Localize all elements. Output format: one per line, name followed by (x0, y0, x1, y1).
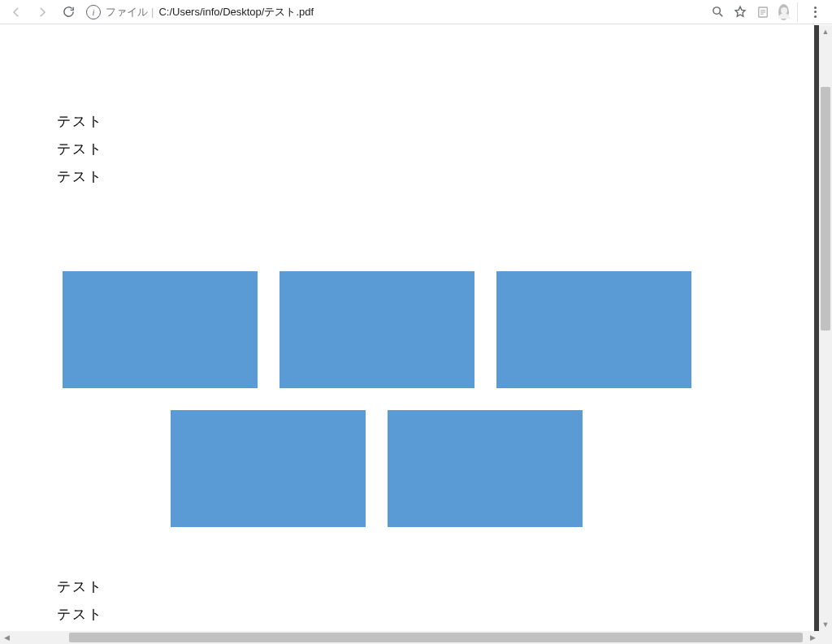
bottom-text-group: テスト テスト (57, 580, 819, 621)
arrow-right-icon (35, 5, 50, 19)
text-line: テスト (57, 115, 819, 128)
arrow-left-icon (9, 5, 24, 19)
shape-row (63, 271, 819, 388)
reader-mode-button[interactable] (756, 5, 770, 19)
text-line: テスト (57, 580, 819, 594)
text-line: テスト (57, 170, 819, 184)
pdf-document: テスト テスト テスト テスト テスト (0, 25, 819, 621)
scroll-up-arrow-icon[interactable]: ▲ (819, 25, 832, 38)
address-bar[interactable]: i ファイル | C:/Users/info/Desktop/テスト.pdf (86, 2, 700, 22)
vertical-scroll-track[interactable] (819, 38, 832, 618)
blue-rectangle (171, 410, 366, 527)
info-icon[interactable]: i (86, 5, 101, 19)
star-icon (733, 5, 748, 19)
address-scheme-label: ファイル (106, 5, 148, 19)
text-line: テスト (57, 607, 819, 621)
magnifier-icon (711, 5, 725, 19)
pdf-viewport[interactable]: テスト テスト テスト テスト テスト (0, 25, 819, 631)
page-icon (756, 5, 770, 19)
address-separator: | (151, 6, 154, 18)
svg-point-0 (713, 7, 720, 14)
blue-rectangle (63, 271, 258, 388)
shapes-group (63, 271, 819, 527)
reload-icon (62, 5, 76, 19)
svg-line-1 (719, 14, 722, 17)
bookmark-star-button[interactable] (733, 5, 748, 19)
horizontal-scroll-thumb[interactable] (69, 633, 803, 642)
vertical-scroll-thumb[interactable] (821, 87, 830, 331)
scrollbar-corner (819, 631, 832, 644)
profile-button[interactable] (778, 2, 798, 22)
zoom-icon[interactable] (710, 5, 725, 19)
horizontal-scrollbar[interactable]: ◀ ▶ (0, 631, 819, 644)
reload-button[interactable] (57, 1, 80, 24)
shape-row (171, 410, 819, 527)
avatar-icon (778, 4, 789, 20)
blue-rectangle (280, 271, 474, 388)
text-line: テスト (57, 142, 819, 156)
browser-toolbar: i ファイル | C:/Users/info/Desktop/テスト.pdf (0, 0, 832, 24)
toolbar-right-icons (710, 2, 827, 22)
forward-button[interactable] (31, 1, 54, 24)
kebab-menu-icon (808, 5, 822, 19)
vertical-scrollbar[interactable]: ▲ ▼ (819, 25, 832, 631)
scroll-right-arrow-icon[interactable]: ▶ (806, 631, 819, 644)
back-button[interactable] (5, 1, 28, 24)
blue-rectangle (388, 410, 583, 527)
address-url: C:/Users/info/Desktop/テスト.pdf (158, 5, 314, 19)
scroll-left-arrow-icon[interactable]: ◀ (0, 631, 13, 644)
scroll-down-arrow-icon[interactable]: ▼ (819, 618, 832, 631)
blue-rectangle (496, 271, 691, 388)
menu-button[interactable] (808, 5, 822, 19)
